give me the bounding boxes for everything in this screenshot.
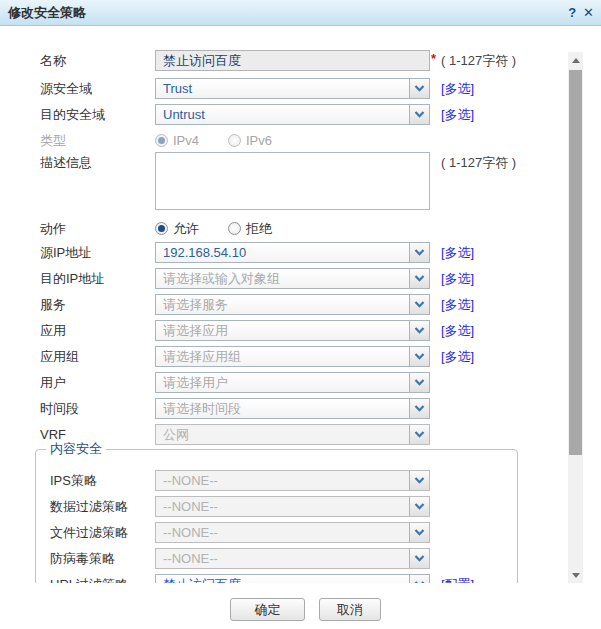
- form-row: URL过滤策略禁止访问百度[配置]: [0, 574, 566, 583]
- file-filter-policy-label: 文件过滤策略: [50, 522, 128, 543]
- radio-dot: [158, 137, 165, 144]
- action-option-label: 拒绝: [246, 218, 272, 239]
- form-row: IPS策略--NONE--: [0, 470, 566, 491]
- vrf-label: VRF: [40, 424, 66, 445]
- application-select[interactable]: 请选择应用: [155, 320, 430, 341]
- ips-policy-select[interactable]: --NONE--: [155, 470, 430, 491]
- field-hint: ( 1-127字符 ): [441, 50, 516, 71]
- user-select[interactable]: 请选择用户: [155, 372, 430, 393]
- file-filter-policy-value: --NONE--: [163, 523, 407, 542]
- data-filter-policy-select[interactable]: --NONE--: [155, 496, 430, 517]
- chevron-down-icon[interactable]: [409, 523, 429, 542]
- chevron-down-icon[interactable]: [409, 105, 429, 124]
- chevron-down-icon[interactable]: [409, 373, 429, 392]
- chevron-down-icon[interactable]: [409, 321, 429, 340]
- application-group-link[interactable]: [多选]: [441, 346, 474, 367]
- help-icon[interactable]: ?: [568, 0, 576, 25]
- action-radio-0[interactable]: 允许: [155, 218, 199, 239]
- form-row: 源安全域Trust[多选]: [0, 78, 566, 99]
- url-filter-policy-value: 禁止访问百度: [163, 575, 407, 583]
- dialog-titlebar: 修改安全策略 ? ✕: [0, 0, 601, 26]
- ok-button[interactable]: 确定: [230, 598, 305, 621]
- service-select[interactable]: 请选择服务: [155, 294, 430, 315]
- chevron-down-icon[interactable]: [409, 269, 429, 288]
- file-filter-policy-select[interactable]: --NONE--: [155, 522, 430, 543]
- time-range-select[interactable]: 请选择时间段: [155, 398, 430, 419]
- form-row: 文件过滤策略--NONE--: [0, 522, 566, 543]
- source-zone-label: 源安全域: [40, 78, 92, 99]
- close-icon[interactable]: ✕: [583, 0, 594, 25]
- vertical-scrollbar[interactable]: [568, 52, 583, 583]
- chevron-down-icon[interactable]: [409, 243, 429, 262]
- ips-policy-label: IPS策略: [50, 470, 97, 491]
- user-label: 用户: [40, 372, 66, 393]
- field-hint: ( 1-127字符 ): [441, 152, 516, 173]
- source-ip-link[interactable]: [多选]: [441, 242, 474, 263]
- url-filter-policy-label: URL过滤策略: [50, 574, 128, 583]
- antivirus-policy-label: 防病毒策略: [50, 548, 115, 569]
- ip-type-option-label: IPv4: [173, 130, 199, 151]
- chevron-down-icon[interactable]: [409, 497, 429, 516]
- application-link[interactable]: [多选]: [441, 320, 474, 341]
- action-option-label: 允许: [173, 218, 199, 239]
- chevron-down-icon[interactable]: [409, 347, 429, 366]
- chevron-down-icon[interactable]: [409, 471, 429, 490]
- dialog-title: 修改安全策略: [0, 4, 86, 22]
- form-scroll-area: 内容安全 名称禁止访问百度*( 1-127字符 )源安全域Trust[多选]目的…: [0, 26, 566, 583]
- time-range-value: 请选择时间段: [163, 399, 407, 418]
- service-link[interactable]: [多选]: [441, 294, 474, 315]
- data-filter-policy-value: --NONE--: [163, 497, 407, 516]
- chevron-down-icon[interactable]: [409, 425, 429, 444]
- source-ip-select[interactable]: 192.168.54.10: [155, 242, 430, 263]
- radio-icon: [155, 134, 168, 147]
- source-zone-link[interactable]: [多选]: [441, 78, 474, 99]
- form-row: 应用组请选择应用组[多选]: [0, 346, 566, 367]
- chevron-down-icon[interactable]: [409, 399, 429, 418]
- source-zone-value: Trust: [163, 79, 407, 98]
- radio-icon: [228, 222, 241, 235]
- application-label: 应用: [40, 320, 66, 341]
- form-row: 数据过滤策略--NONE--: [0, 496, 566, 517]
- chevron-down-icon[interactable]: [409, 575, 429, 583]
- dest-ip-link[interactable]: [多选]: [441, 268, 474, 289]
- source-zone-select[interactable]: Trust: [155, 78, 430, 99]
- policy-name-input[interactable]: 禁止访问百度: [155, 50, 430, 71]
- service-value: 请选择服务: [163, 295, 407, 314]
- application-group-select[interactable]: 请选择应用组: [155, 346, 430, 367]
- action-radio-1[interactable]: 拒绝: [228, 218, 272, 239]
- antivirus-policy-select[interactable]: --NONE--: [155, 548, 430, 569]
- form-row: 时间段请选择时间段: [0, 398, 566, 419]
- url-filter-policy-select[interactable]: 禁止访问百度: [155, 574, 430, 583]
- action-label: 动作: [40, 218, 66, 239]
- chevron-down-icon[interactable]: [409, 549, 429, 568]
- dest-ip-value: 请选择或输入对象组: [163, 269, 407, 288]
- chevron-down-icon[interactable]: [409, 79, 429, 98]
- application-group-label: 应用组: [40, 346, 79, 367]
- user-value: 请选择用户: [163, 373, 407, 392]
- ips-policy-value: --NONE--: [163, 471, 407, 490]
- description-textarea[interactable]: [155, 152, 430, 210]
- policy-name-label: 名称: [40, 50, 66, 71]
- cancel-button[interactable]: 取消: [319, 598, 381, 621]
- application-value: 请选择应用: [163, 321, 407, 340]
- ip-type-option-label: IPv6: [246, 130, 272, 151]
- chevron-down-icon[interactable]: [409, 295, 429, 314]
- form-row: 用户请选择用户: [0, 372, 566, 393]
- form-row: 防病毒策略--NONE--: [0, 548, 566, 569]
- scrollbar-thumb[interactable]: [569, 70, 582, 455]
- scroll-up-arrow-icon[interactable]: [568, 52, 583, 68]
- ip-type-radio-0: IPv4: [155, 130, 199, 151]
- scroll-down-arrow-icon[interactable]: [568, 567, 583, 583]
- dest-zone-label: 目的安全域: [40, 104, 105, 125]
- vrf-value: 公网: [163, 425, 407, 444]
- dest-zone-select[interactable]: Untrust: [155, 104, 430, 125]
- dest-ip-select[interactable]: 请选择或输入对象组: [155, 268, 430, 289]
- required-mark: *: [431, 51, 436, 66]
- service-label: 服务: [40, 294, 66, 315]
- form-row: VRF公网: [0, 424, 566, 445]
- ip-type-label: 类型: [40, 130, 66, 151]
- url-filter-policy-link[interactable]: [配置]: [441, 574, 474, 583]
- vrf-select[interactable]: 公网: [155, 424, 430, 445]
- form-row: 源IP地址192.168.54.10[多选]: [0, 242, 566, 263]
- dest-zone-link[interactable]: [多选]: [441, 104, 474, 125]
